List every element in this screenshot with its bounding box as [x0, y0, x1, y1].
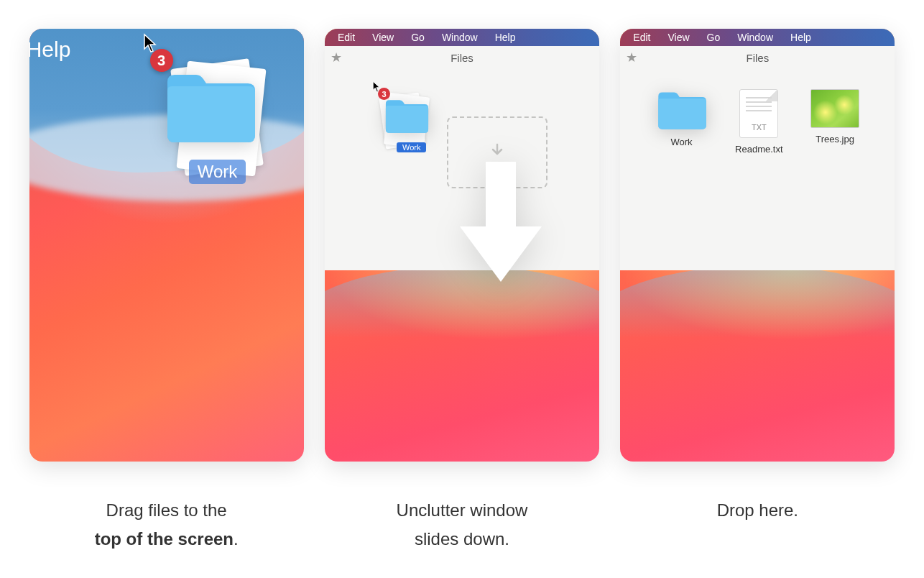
menubar: Edit View Go Window Help — [325, 29, 599, 46]
files-title: Files — [620, 46, 895, 70]
caption-line-2-bold: top of the screen — [95, 529, 234, 549]
files-panel: Files Work TXT Readme. — [620, 46, 895, 270]
star-icon[interactable]: ★ — [331, 50, 342, 65]
menubar-item-view[interactable]: View — [667, 32, 689, 43]
step-2: Edit View Go Window Help ★ Files — [324, 29, 599, 553]
drag-count-badge: 3 — [150, 49, 173, 72]
folder-label: Work — [397, 142, 426, 152]
caption-step-1: Drag files to the top of the screen. — [95, 496, 239, 553]
panel-drop-here: Edit View Go Window Help ★ Files Work — [620, 29, 895, 462]
file-item-image[interactable]: Trees.jpg — [810, 89, 859, 155]
star-icon[interactable]: ★ — [626, 50, 637, 65]
file-name: Trees.jpg — [816, 134, 854, 144]
files-title: Files — [325, 46, 599, 70]
menubar-item-go[interactable]: Go — [707, 32, 721, 43]
menubar-item-go[interactable]: Go — [411, 32, 425, 43]
file-item-txt[interactable]: TXT Readme.txt — [735, 89, 782, 155]
caption-line-1: Drag files to the — [106, 500, 227, 520]
caption-step-3: Drop here. — [717, 496, 798, 525]
file-name: Readme.txt — [735, 144, 782, 155]
step-3: Edit View Go Window Help ★ Files Work — [620, 29, 895, 553]
image-thumbnail — [810, 89, 859, 128]
wallpaper-wave — [620, 266, 895, 338]
caption-text: Drop here. — [717, 500, 798, 520]
menubar-item-view[interactable]: View — [372, 32, 394, 43]
txt-ext-label: TXT — [752, 123, 767, 132]
menubar-item-edit[interactable]: Edit — [338, 32, 355, 43]
step-1: Help Work 3 Drag files to the top of the… — [29, 29, 304, 553]
caption-line-1: Unclutter window — [397, 500, 528, 520]
caption-step-2: Unclutter window slides down. — [397, 496, 528, 553]
menubar-item-help[interactable]: Help — [495, 32, 516, 43]
menubar-item-help[interactable]: Help — [790, 32, 811, 43]
menubar-item-edit[interactable]: Edit — [633, 32, 650, 43]
caption-suffix: . — [234, 529, 239, 549]
big-arrow-down-icon — [454, 158, 548, 290]
folder-icon — [656, 89, 708, 131]
drag-count-badge: 3 — [378, 88, 390, 100]
tutorial-steps: Help Work 3 Drag files to the top of the… — [0, 0, 924, 578]
menubar-item-help[interactable]: Help — [29, 37, 71, 62]
caption-line-2: slides down. — [415, 529, 509, 549]
file-item-folder[interactable]: Work — [656, 89, 708, 155]
file-grid: Work TXT Readme.txt Trees.jpg — [620, 86, 895, 157]
folder-label: Work — [189, 160, 246, 184]
menubar-item-window[interactable]: Window — [737, 32, 773, 43]
txt-file-icon: TXT — [739, 89, 778, 138]
folder-icon[interactable] — [384, 97, 430, 137]
file-name: Work — [671, 137, 693, 147]
menubar: Edit View Go Window Help — [620, 29, 895, 46]
panel-drag-to-top: Help Work 3 — [29, 29, 304, 462]
panel-slides-down: Edit View Go Window Help ★ Files — [325, 29, 599, 462]
folder-icon[interactable] — [163, 69, 258, 148]
menubar-item-window[interactable]: Window — [442, 32, 478, 43]
